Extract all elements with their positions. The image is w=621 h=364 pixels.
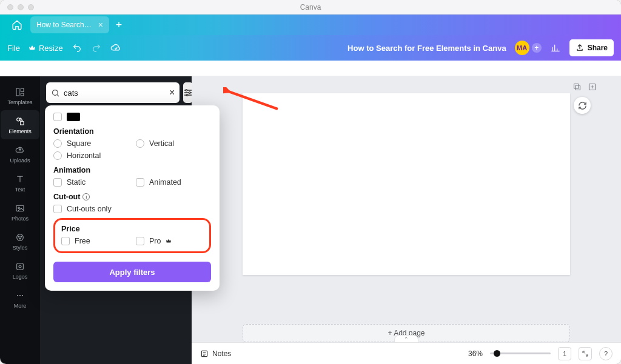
canvas-area: + Add page ⌃ Notes 36% 1 ? (192, 76, 621, 364)
add-collaborator-button[interactable]: + (532, 43, 542, 53)
rail-more[interactable]: More (1, 285, 39, 314)
checkbox-icon (53, 205, 62, 213)
checkbox-icon (53, 178, 62, 187)
search-input[interactable] (64, 88, 166, 98)
expand-icon (582, 350, 589, 357)
clear-search-icon[interactable]: × (169, 87, 175, 98)
context-toolbar (0, 61, 621, 76)
radio-vertical[interactable]: Vertical (136, 139, 211, 148)
zoom-value[interactable]: 36% (468, 349, 483, 358)
orientation-heading: Orientation (53, 127, 211, 136)
svg-point-9 (21, 236, 22, 237)
rail-elements[interactable]: Elements (1, 110, 39, 139)
rail-label: Photos (12, 216, 29, 222)
rail-styles[interactable]: Styles (1, 227, 39, 256)
uploads-icon (15, 145, 25, 156)
tab-label: How to Search for Fre… (36, 21, 93, 29)
radio-icon (53, 139, 62, 148)
pages-drawer-handle[interactable]: ⌃ (394, 335, 418, 342)
share-button[interactable]: Share (569, 39, 614, 56)
option-label: Square (67, 139, 91, 148)
resize-button[interactable]: Resize (29, 44, 63, 53)
styles-icon (15, 232, 25, 243)
tabstrip: How to Search for Fre… × + (0, 15, 621, 35)
tab-active[interactable]: How to Search for Fre… × (30, 16, 109, 33)
svg-rect-4 (21, 121, 24, 124)
rail-uploads[interactable]: Uploads (1, 139, 39, 168)
info-icon[interactable]: i (82, 193, 90, 200)
traffic-lights[interactable] (0, 4, 34, 10)
check-free[interactable]: Free (61, 237, 129, 245)
mac-window: Canva How to Search for Fre… × + File Re… (0, 0, 621, 364)
cutout-heading: Cut-out i (53, 193, 211, 201)
minimize-window-dot[interactable] (18, 4, 24, 10)
color-swatch-empty[interactable] (53, 113, 62, 121)
redo-button[interactable] (91, 42, 102, 53)
zoom-window-dot[interactable] (28, 4, 34, 10)
body: Templates Elements Uploads Text Photos S… (0, 76, 621, 364)
cloud-sync-icon (110, 42, 121, 53)
add-tab-button[interactable]: + (110, 16, 127, 33)
color-swatch-black[interactable] (67, 113, 80, 121)
svg-point-12 (19, 265, 21, 268)
close-window-dot[interactable] (7, 4, 13, 10)
resize-label: Resize (39, 44, 63, 53)
search-box[interactable]: × (46, 82, 180, 103)
mac-titlebar: Canva (0, 0, 621, 15)
rail-photos[interactable]: Photos (1, 197, 39, 227)
check-pro[interactable]: Pro (136, 237, 203, 245)
svg-point-7 (17, 234, 24, 240)
svg-point-8 (18, 236, 19, 237)
undo-button[interactable] (72, 42, 82, 53)
upload-icon (576, 44, 584, 52)
window-title: Canva (0, 3, 621, 12)
notes-button[interactable]: Notes (200, 349, 231, 358)
check-animated[interactable]: Animated (136, 178, 211, 187)
page-count-button[interactable]: 1 (558, 347, 571, 360)
option-label: Cut-outs only (67, 205, 112, 213)
rail-label: More (14, 303, 27, 309)
price-section-highlight: Price Free Pro (53, 218, 211, 253)
document-title[interactable]: How to Search for Free Elements in Canva (347, 44, 506, 53)
side-rail: Templates Elements Uploads Text Photos S… (0, 76, 40, 364)
svg-point-18 (189, 92, 191, 94)
rail-label: Uploads (10, 157, 30, 164)
logos-icon (15, 261, 25, 272)
sync-fab[interactable] (574, 97, 591, 114)
svg-point-16 (53, 90, 58, 95)
home-button[interactable] (5, 16, 29, 33)
svg-point-6 (18, 207, 20, 209)
rail-label: Text (15, 187, 25, 193)
zoom-thumb[interactable] (494, 350, 500, 357)
help-button[interactable]: ? (599, 347, 613, 360)
svg-point-13 (17, 294, 18, 296)
page[interactable] (243, 93, 570, 275)
templates-icon (15, 87, 25, 98)
more-icon (15, 290, 25, 301)
rail-text[interactable]: Text (1, 168, 39, 197)
avatar[interactable]: MA (515, 41, 529, 55)
notes-label: Notes (212, 349, 231, 358)
user-cluster: MA + (515, 41, 542, 55)
option-label: Static (67, 178, 86, 187)
radio-square[interactable]: Square (53, 139, 129, 148)
check-cutouts-only[interactable]: Cut-outs only (53, 205, 211, 213)
canvas-viewport[interactable] (192, 76, 621, 313)
insights-button[interactable] (550, 42, 561, 53)
radio-horizontal[interactable]: Horizontal (53, 151, 129, 160)
checkbox-icon (61, 237, 70, 245)
crown-icon (166, 238, 172, 244)
crown-icon (29, 44, 36, 51)
close-icon[interactable]: × (98, 20, 103, 30)
fullscreen-button[interactable] (579, 347, 592, 360)
rail-templates[interactable]: Templates (1, 81, 39, 110)
file-menu[interactable]: File (7, 44, 20, 53)
apply-filters-button[interactable]: Apply filters (53, 262, 211, 282)
svg-rect-1 (21, 88, 24, 91)
main-toolbar: File Resize How to Search for Free Eleme… (0, 35, 621, 61)
option-label: Animated (149, 178, 181, 187)
check-static[interactable]: Static (53, 178, 129, 187)
zoom-slider[interactable] (490, 352, 551, 354)
rail-logos[interactable]: Logos (1, 256, 39, 285)
filters-popover: Orientation Square Vertical Horizontal A… (45, 105, 220, 291)
